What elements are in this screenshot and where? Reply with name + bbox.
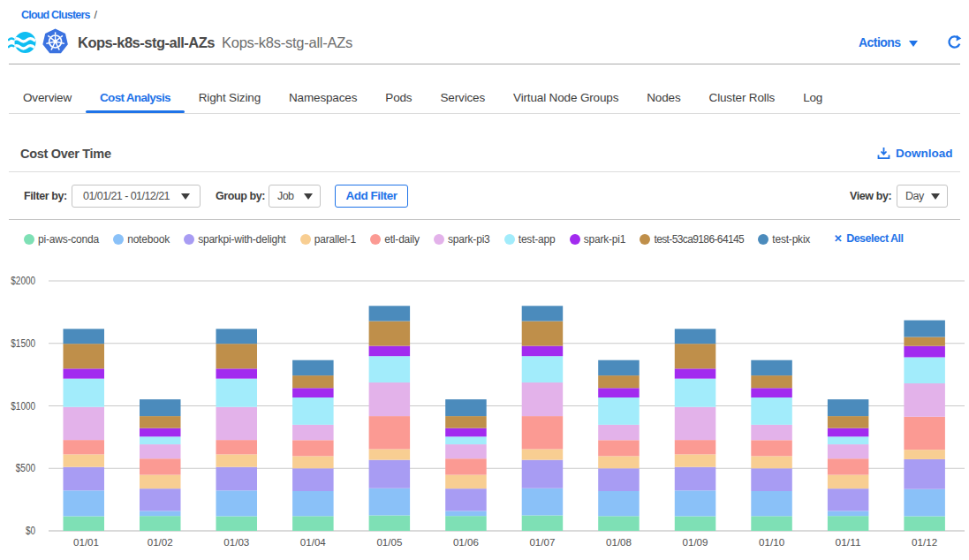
svg-text:01/04: 01/04 [300, 537, 326, 548]
svg-text:01/09: 01/09 [683, 537, 708, 548]
svg-text:01/06: 01/06 [453, 537, 479, 548]
svg-text:01/05: 01/05 [376, 537, 402, 548]
svg-text:01/02: 01/02 [148, 537, 173, 548]
svg-text:01/01: 01/01 [73, 537, 99, 548]
svg-text:01/07: 01/07 [529, 537, 555, 548]
svg-text:$0: $0 [26, 525, 35, 537]
svg-text:01/10: 01/10 [759, 537, 784, 548]
svg-text:$500: $500 [16, 462, 35, 474]
svg-text:$1000: $1000 [11, 400, 35, 412]
svg-text:01/03: 01/03 [223, 537, 249, 548]
svg-text:01/11: 01/11 [836, 537, 861, 548]
svg-text:$2000: $2000 [11, 275, 35, 287]
svg-text:01/12: 01/12 [912, 537, 937, 548]
svg-text:01/08: 01/08 [606, 537, 632, 548]
svg-text:$1500: $1500 [11, 337, 35, 350]
